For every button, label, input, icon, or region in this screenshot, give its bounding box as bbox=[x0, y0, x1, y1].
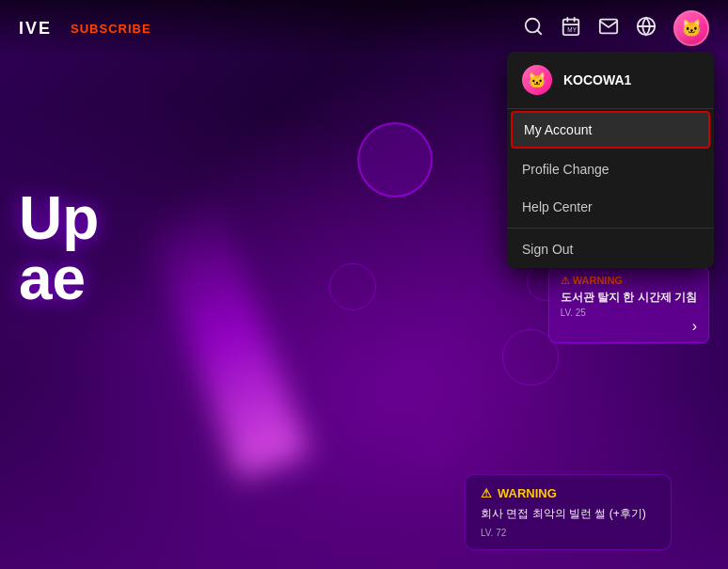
dropdown-header: 🐱 KOCOWA1 bbox=[507, 52, 714, 109]
subscribe-button[interactable]: SUBSCRIBE bbox=[71, 22, 151, 36]
card-2-level: LV. 25 bbox=[561, 308, 697, 318]
avatar-emoji: 🐱 bbox=[681, 18, 702, 39]
sign-out-item[interactable]: Sign Out bbox=[507, 230, 714, 268]
nav-left: IVE SUBSCRIBE bbox=[19, 19, 151, 39]
dropdown-divider bbox=[507, 228, 714, 229]
nav-right: MY 🐱 bbox=[523, 10, 709, 46]
hero-title-line2: ae bbox=[19, 248, 99, 308]
dropdown-avatar: 🐱 bbox=[522, 65, 552, 95]
bottom-card-header: ⚠ WARNING bbox=[481, 486, 656, 500]
dropdown-username: KOCOWA1 bbox=[563, 72, 631, 87]
svg-line-1 bbox=[537, 30, 541, 34]
navbar: IVE SUBSCRIBE MY 🐱 bbox=[0, 0, 728, 56]
bottom-warning-card[interactable]: ⚠ WARNING 회사 면접 최악의 빌런 썰 (+후기) LV. 72 bbox=[465, 474, 672, 550]
nav-logo: IVE bbox=[19, 19, 52, 39]
card-2-warning: ⚠ WARNING bbox=[561, 275, 697, 287]
hero-text: Up ae bbox=[19, 188, 99, 308]
bottom-card-title: 회사 면접 최악의 빌런 썰 (+후기) bbox=[481, 506, 656, 522]
circle-deco-1 bbox=[357, 122, 433, 198]
bottom-card-level: LV. 72 bbox=[481, 528, 656, 538]
svg-text:MY: MY bbox=[567, 26, 577, 33]
calendar-icon[interactable]: MY bbox=[561, 16, 581, 41]
warning-icon: ⚠ bbox=[481, 486, 492, 500]
my-account-item[interactable]: My Account bbox=[511, 111, 710, 149]
globe-icon[interactable] bbox=[636, 16, 657, 41]
card-2-title: 도서관 탈지 한 시간제 기침 bbox=[561, 291, 697, 306]
search-icon[interactable] bbox=[523, 16, 544, 41]
bottom-card-warning-label: WARNING bbox=[498, 486, 557, 500]
help-center-item[interactable]: Help Center bbox=[507, 188, 714, 226]
card-2[interactable]: ⚠ WARNING 도서관 탈지 한 시간제 기침 LV. 25 › bbox=[548, 266, 709, 344]
user-avatar-button[interactable]: 🐱 bbox=[673, 10, 709, 46]
dropdown-menu: 🐱 KOCOWA1 My Account Profile Change Help… bbox=[507, 52, 714, 268]
dropdown-avatar-emoji: 🐱 bbox=[528, 71, 546, 89]
profile-change-item[interactable]: Profile Change bbox=[507, 150, 714, 188]
circle-deco-2 bbox=[329, 263, 376, 310]
mail-icon[interactable] bbox=[598, 16, 619, 41]
hero-title-line1: Up bbox=[19, 188, 99, 248]
